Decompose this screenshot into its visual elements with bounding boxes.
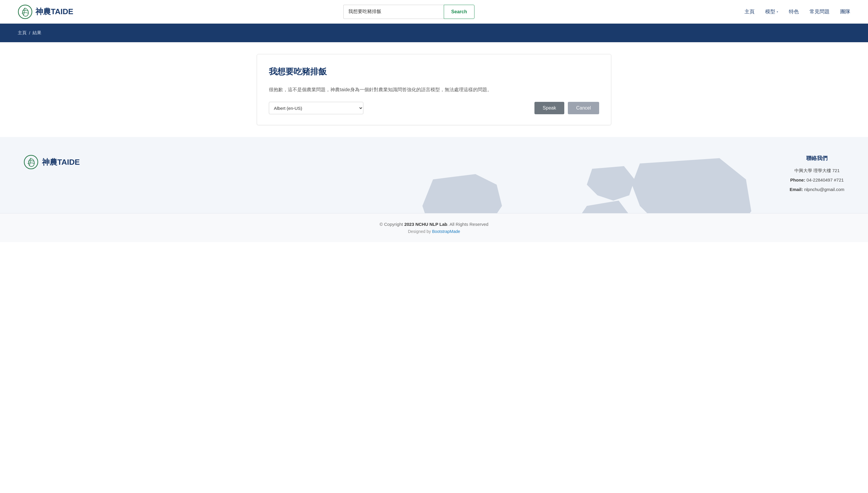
speak-button[interactable]: Speak [534,102,564,114]
bootstrapmade-link[interactable]: BootstrapMade [432,229,460,234]
header: 神農TAIDE Search 主頁 模型 ▾ 特色 常見問題 團隊 [0,0,868,24]
footer-contact-phone: Phone: 04-22840497 #721 [790,176,844,184]
breadcrumb-home[interactable]: 主頁 [18,30,26,36]
footer-contact-email: Email: nlpnchu@gmail.com [790,186,844,193]
logo-text: 神農TAIDE [36,6,73,17]
footer-phone-value: 04-22840497 #721 [807,177,844,183]
breadcrumb-current: 結果 [33,30,41,36]
result-card: 我想要吃豬排飯 很抱歉，這不是個農業問題，神農taide身為一個針對農業知識問答… [257,54,611,125]
result-controls: Albert (en-US) Google 普通話 (zh-TW) Samant… [269,102,599,114]
footer-contact-address: 中興大學 理學大樓 721 [790,167,844,174]
chevron-down-icon: ▾ [777,10,778,14]
footer-top: 神農TAIDE 聯絡我們 中興大學 理學大樓 721 Phone: 04-228… [0,137,868,213]
cancel-button[interactable]: Cancel [568,102,599,114]
nav-item-home[interactable]: 主頁 [744,8,755,15]
footer-logo-text: 神農TAIDE [42,157,80,167]
footer-phone-label: Phone: [790,177,805,183]
breadcrumb-separator: / [29,30,30,36]
footer-contact: 聯絡我們 中興大學 理學大樓 721 Phone: 04-22840497 #7… [790,155,844,195]
footer-email-label: Email: [790,187,803,192]
nav-item-faq[interactable]: 常見問題 [809,8,830,15]
svg-point-3 [24,155,38,169]
footer-designed-by: Designed by BootstrapMade [18,229,850,234]
nav-item-features[interactable]: 特色 [789,8,799,15]
result-title: 我想要吃豬排飯 [269,66,599,77]
logo-icon [18,4,33,19]
search-area: Search [343,5,474,19]
search-input[interactable] [343,5,444,19]
breadcrumb-bar: 主頁 / 結果 [0,24,868,42]
main-nav: 主頁 模型 ▾ 特色 常見問題 團隊 [744,8,850,15]
nav-item-model[interactable]: 模型 ▾ [765,8,778,15]
svg-point-0 [18,5,32,19]
result-message: 很抱歉，這不是個農業問題，神農taide身為一個針對農業知識問答強化的語言模型，… [269,86,599,93]
main-content: 我想要吃豬排飯 很抱歉，這不是個農業問題，神農taide身為一個針對農業知識問答… [0,42,868,137]
footer-contact-title: 聯絡我們 [790,155,844,162]
logo[interactable]: 神農TAIDE [18,4,73,19]
search-button[interactable]: Search [444,5,474,19]
footer-copyright: © Copyright 2023 NCHU NLP Lab. All Right… [18,222,850,227]
footer-logo: 神農TAIDE [24,155,80,169]
footer-logo-icon [24,155,38,169]
footer-email-value: nlpnchu@gmail.com [804,187,844,192]
voice-select[interactable]: Albert (en-US) Google 普通話 (zh-TW) Samant… [269,102,364,114]
footer-bottom: © Copyright 2023 NCHU NLP Lab. All Right… [0,213,868,242]
nav-item-team[interactable]: 團隊 [840,8,850,15]
action-buttons: Speak Cancel [534,102,599,114]
